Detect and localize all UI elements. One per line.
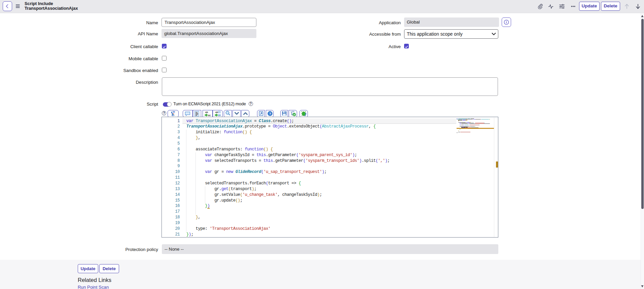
svg-text:ab: ab	[215, 111, 218, 113]
svg-text:?: ?	[269, 112, 271, 115]
svg-text:ac: ac	[208, 114, 211, 116]
svg-text:ab: ab	[205, 111, 208, 113]
